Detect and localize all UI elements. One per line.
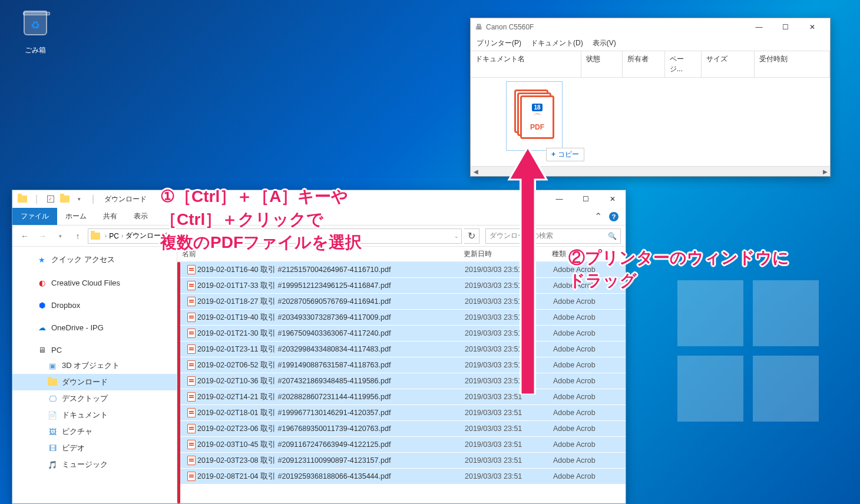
refresh-button[interactable]: ↻	[464, 228, 479, 244]
file-date: 2019/03/03 23:51	[465, 266, 553, 274]
pictures-icon: 🖼	[48, 427, 57, 436]
breadcrumb-folder-icon	[91, 233, 100, 240]
file-row[interactable]: 2019-02-01T18-27 取引 #2028705690576769-41…	[177, 294, 626, 310]
search-icon[interactable]: 🔍	[608, 232, 617, 240]
file-row[interactable]: 2019-02-01T17-33 取引 #1999512123496125-41…	[177, 278, 626, 294]
col-header-date[interactable]: 更新日時	[464, 249, 552, 259]
file-type: Adobe Acrob	[553, 425, 626, 433]
file-row[interactable]: 2019-02-02T10-36 取引 #2074321869348485-41…	[177, 373, 626, 389]
ribbon-tab-share[interactable]: 共有	[95, 208, 125, 225]
explorer-close-button[interactable]: ✕	[599, 190, 626, 208]
printer-title: Canon C5560F	[486, 23, 534, 31]
qat-dropdown-icon[interactable]: ▾	[72, 193, 85, 205]
explorer-minimize-button[interactable]: —	[546, 190, 573, 208]
search-placeholder: ダウンロードの検索	[489, 231, 553, 241]
menu-document[interactable]: ドキュメント(D)	[531, 38, 583, 48]
qat-properties-icon[interactable]: ✓	[44, 193, 57, 205]
nav-forward-button[interactable]: →	[35, 228, 50, 244]
printer-menubar: プリンター(P) ドキュメント(D) 表示(V)	[471, 36, 830, 51]
file-row[interactable]: 2019-02-01T21-30 取引 #1967509403363067-41…	[177, 326, 626, 341]
pdf-file-icon	[186, 376, 197, 386]
scroll-left-icon[interactable]: ◀	[471, 167, 481, 176]
drag-pdf-label: PDF	[530, 123, 544, 131]
printer-titlebar[interactable]: 🖶 Canon C5560F — ☐ ✕	[471, 18, 830, 36]
col-size[interactable]: サイズ	[702, 51, 755, 77]
explorer-maximize-button[interactable]: ☐	[573, 190, 599, 208]
sidebar-onedrive[interactable]: ☁OneDrive - IPG	[12, 320, 177, 335]
file-date: 2019/03/03 23:51	[465, 361, 553, 369]
nav-recent-dropdown[interactable]: ▾	[52, 228, 68, 244]
sidebar-downloads[interactable]: ダウンロード	[12, 374, 177, 390]
recycle-bin-icon: ♻	[21, 11, 50, 43]
pdf-file-icon	[186, 329, 197, 338]
ribbon-help-icon[interactable]: ?	[609, 212, 618, 221]
file-row[interactable]: 2019-02-01T16-40 取引 #2125157004264967-41…	[177, 262, 626, 278]
col-pages[interactable]: ページ...	[665, 51, 702, 77]
minimize-button[interactable]: —	[746, 18, 772, 36]
search-input[interactable]: ダウンロードの検索 🔍	[485, 228, 621, 244]
dropbox-icon: ⬢	[37, 300, 47, 310]
printer-queue-area[interactable]: 18 ⌒ PDF +コピー	[471, 78, 830, 166]
file-row[interactable]: 2019-02-03T10-45 取引 #2091167247663949-41…	[177, 437, 626, 453]
printer-horizontal-scrollbar[interactable]: ◀ ▶	[471, 166, 830, 176]
recycle-bin-desktop-icon[interactable]: ♻ ごみ箱	[21, 6, 50, 55]
file-type: Adobe Acrob	[553, 313, 626, 321]
sidebar-quick-access[interactable]: ★クイック アクセス	[12, 251, 177, 268]
file-name: 2019-02-01T21-30 取引 #1967509403363067-41…	[197, 329, 465, 339]
pc-icon: 🖥	[37, 345, 47, 354]
col-received[interactable]: 受付時刻	[755, 51, 830, 77]
chevron-right-icon[interactable]: ›	[105, 233, 107, 239]
file-row[interactable]: 2019-02-02T23-06 取引 #1967689350011739-41…	[177, 421, 626, 437]
sidebar-pictures[interactable]: 🖼ピクチャ	[12, 423, 177, 440]
sidebar-desktop[interactable]: 🖵デスクトップ	[12, 390, 177, 407]
breadcrumb-dropdown-icon[interactable]: ⌄	[454, 233, 459, 239]
sidebar-documents[interactable]: 📄ドキュメント	[12, 407, 177, 423]
file-name: 2019-02-08T21-04 取引 #2019259368188066-41…	[197, 472, 465, 482]
star-icon: ★	[37, 255, 47, 264]
menu-view[interactable]: 表示(V)	[593, 38, 616, 48]
pdf-file-icon	[186, 313, 197, 322]
sidebar-pc[interactable]: 🖥PC	[12, 342, 177, 357]
sidebar-3d-objects[interactable]: ▣3D オブジェクト	[12, 357, 177, 374]
qat-separator: |	[30, 193, 43, 205]
file-list: 2019-02-01T16-40 取引 #2125157004264967-41…	[177, 262, 626, 485]
qat-folder-icon[interactable]	[16, 193, 29, 205]
file-row[interactable]: 2019-02-08T21-04 取引 #2019259368188066-41…	[177, 469, 626, 485]
file-date: 2019/03/03 23:51	[465, 440, 553, 449]
col-docname[interactable]: ドキュメント名	[471, 51, 581, 77]
file-date: 2019/03/03 23:51	[465, 409, 553, 417]
sidebar-music[interactable]: 🎵ミュージック	[12, 456, 177, 473]
menu-printer[interactable]: プリンター(P)	[477, 38, 521, 48]
file-row[interactable]: 2019-02-02T14-21 取引 #2028828607231144-41…	[177, 389, 626, 405]
file-type: Adobe Acrob	[553, 377, 626, 385]
file-name: 2019-02-01T19-40 取引 #2034933073287369-41…	[197, 313, 465, 323]
maximize-button[interactable]: ☐	[772, 18, 799, 36]
scroll-right-icon[interactable]: ▶	[820, 167, 830, 176]
file-type: Adobe Acrob	[553, 409, 626, 417]
file-row[interactable]: 2019-02-02T18-01 取引 #1999677130146291-41…	[177, 405, 626, 421]
ribbon-tab-home[interactable]: ホーム	[57, 208, 95, 225]
file-date: 2019/03/03 23:51	[465, 472, 553, 480]
sidebar-videos[interactable]: 🎞ビデオ	[12, 440, 177, 456]
file-list-area: 名前 更新日時 種類 2019-02-01T16-40 取引 #21251570…	[177, 247, 626, 503]
file-row[interactable]: 2019-02-02T06-52 取引 #1991490887631587-41…	[177, 357, 626, 373]
close-button[interactable]: ✕	[799, 18, 825, 36]
ribbon-collapse-icon[interactable]: ⌃	[594, 211, 602, 222]
nav-up-button[interactable]: ↑	[70, 228, 85, 244]
ribbon-tab-view[interactable]: 表示	[125, 208, 156, 225]
sidebar-creative-cloud[interactable]: ◐Creative Cloud Files	[12, 275, 177, 290]
ribbon-tab-file[interactable]: ファイル	[12, 208, 57, 225]
breadcrumb-pc[interactable]: PC	[109, 232, 119, 240]
file-row[interactable]: 2019-02-01T23-11 取引 #2032998433480834-41…	[177, 341, 626, 357]
qat-newfolder-icon[interactable]	[58, 193, 71, 205]
file-row[interactable]: 2019-02-03T23-08 取引 #2091231100990897-41…	[177, 453, 626, 469]
file-row[interactable]: 2019-02-01T19-40 取引 #2034933073287369-41…	[177, 310, 626, 326]
nav-back-button[interactable]: ←	[17, 228, 32, 244]
file-name: 2019-02-01T18-27 取引 #2028705690576769-41…	[197, 297, 465, 307]
creative-cloud-icon: ◐	[37, 278, 47, 287]
file-date: 2019/03/03 23:51	[465, 393, 553, 401]
sidebar-dropbox[interactable]: ⬢Dropbox	[12, 297, 177, 313]
col-status[interactable]: 状態	[581, 51, 623, 77]
col-owner[interactable]: 所有者	[623, 51, 665, 77]
chevron-right-icon[interactable]: ›	[121, 233, 123, 239]
